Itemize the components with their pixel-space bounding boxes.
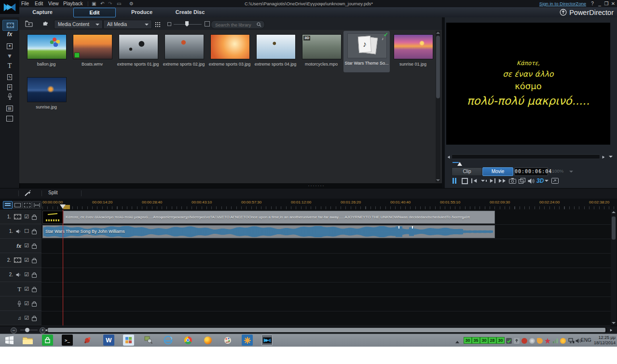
menu-file[interactable]: File (21, 0, 29, 7)
track-lock-icon[interactable] (32, 274, 37, 278)
scroll-up-icon[interactable] (612, 211, 616, 213)
clip-mode-button[interactable]: Clip (452, 167, 482, 176)
seek-left-icon[interactable] (448, 156, 450, 159)
track-enable-checkbox[interactable]: ☑ (24, 272, 29, 277)
powerdirector-taskbar-icon[interactable] (261, 335, 273, 346)
paint-app-icon[interactable] (222, 335, 233, 346)
keyframe-marker[interactable] (412, 226, 413, 229)
restore-button[interactable]: ❐ (603, 0, 609, 7)
scroll-down-icon[interactable] (612, 322, 616, 324)
track-lock-icon[interactable] (32, 317, 37, 321)
track-lock-icon[interactable] (32, 216, 37, 220)
scrollbar-thumb[interactable] (48, 328, 605, 332)
command-prompt-icon[interactable]: >_ (62, 335, 73, 346)
tray-flame-icon[interactable] (537, 338, 543, 344)
track-header-video-1[interactable]: 1. ☑ (0, 210, 41, 224)
track-header-fx[interactable]: fx ☑ (0, 239, 41, 253)
file-explorer-icon[interactable] (22, 335, 33, 346)
track-header-voice[interactable]: ☑ (0, 297, 41, 311)
track-lock-icon[interactable] (32, 230, 37, 234)
video-track-clip[interactable]: Κάποτε, σε έναν άλλοκόσμο πολύ-πολύ μακρ… (63, 211, 495, 224)
scroll-right-icon[interactable] (610, 329, 612, 332)
track-header-audio-2[interactable]: 2. ☑ (0, 268, 41, 282)
timeline-view-button[interactable] (3, 201, 13, 209)
undo-icon[interactable]: ↶ (100, 0, 104, 7)
library-item[interactable]: extreme sports 01.jpg (115, 32, 161, 73)
track-lane[interactable] (41, 268, 611, 283)
timecode-display[interactable]: 00:00:06:04 (514, 167, 548, 176)
import-media-icon[interactable] (25, 20, 33, 27)
sidebar-item-pip-objects-room[interactable]: ✦ (0, 42, 19, 49)
menu-view[interactable]: View (48, 0, 59, 7)
search-input[interactable] (214, 22, 255, 28)
dual-preview-icon[interactable] (519, 177, 525, 185)
sign-in-link[interactable]: Sign in to DirectorZone (523, 0, 586, 7)
tray-signal-icon[interactable] (552, 338, 558, 344)
filter-dropdown[interactable]: All Media (103, 20, 152, 29)
track-header-music[interactable]: ♫ ☑ (0, 311, 41, 325)
sidebar-item-effect-room[interactable]: fx (0, 31, 19, 38)
track-enable-checkbox[interactable]: ☑ (24, 301, 29, 306)
preview-zoom-dropdown[interactable]: 100% (549, 167, 575, 175)
tray-power-icon[interactable] (560, 338, 566, 344)
seek-handle[interactable] (457, 160, 462, 166)
library-item[interactable]: sunrise 01.jpg (390, 32, 436, 73)
library-scrollbar[interactable] (436, 31, 440, 182)
tray-update-check-icon[interactable] (506, 338, 512, 344)
tab-capture[interactable]: Capture (23, 7, 62, 17)
library-item[interactable]: 3D motorcycles.mpo (298, 32, 344, 73)
track-enable-checkbox[interactable]: ☑ (24, 286, 29, 292)
track-lane[interactable] (41, 239, 611, 254)
language-indicator[interactable]: ENG (581, 337, 591, 344)
scroll-up-icon[interactable] (436, 32, 440, 34)
magic-tool-icon[interactable] (24, 190, 31, 197)
tray-expand-icon[interactable] (455, 339, 459, 343)
timeline-zoom-handle[interactable] (25, 328, 29, 332)
network-icon[interactable] (568, 338, 574, 344)
sidebar-item-subtitle-room[interactable]: … (0, 114, 19, 121)
track-lane[interactable] (41, 282, 611, 297)
internet-explorer-icon[interactable] (163, 335, 174, 346)
library-item[interactable]: extreme sports 03.jpg (206, 32, 253, 73)
gear-app-icon[interactable] (242, 335, 253, 346)
chrome-icon[interactable] (182, 335, 193, 346)
3d-dropdown-icon[interactable] (545, 177, 548, 185)
tab-create-disc[interactable]: Create Disc (169, 7, 211, 17)
library-item[interactable]: Boats.wmv (69, 32, 115, 73)
volume-icon[interactable] (528, 177, 535, 185)
track-lock-icon[interactable] (32, 259, 37, 263)
temp-monitor-badge[interactable]: 30 (496, 337, 505, 344)
temp-monitor-badge[interactable]: 35 (472, 337, 480, 344)
fast-forward-button[interactable] (499, 177, 506, 185)
next-frame-button[interactable] (490, 177, 495, 185)
library-item[interactable]: ballon.jpg (23, 32, 69, 73)
audio-track-clip[interactable]: Star Wars Theme Song By John Williams (42, 225, 495, 238)
library-search[interactable] (211, 20, 265, 29)
settings-gear-icon[interactable]: ⚙ (129, 0, 134, 7)
track-enable-checkbox[interactable]: ☑ (24, 214, 29, 219)
scroll-down-icon[interactable] (436, 179, 440, 181)
library-item[interactable]: sunrise.jpg (23, 75, 69, 116)
fullscreen-icon[interactable] (551, 177, 559, 185)
zoom-out-button[interactable]: – (11, 327, 17, 334)
scrollbar-thumb[interactable] (612, 216, 616, 240)
track-lane[interactable] (41, 297, 611, 311)
track-header-title[interactable]: T ☑ (0, 282, 41, 297)
firefox-icon[interactable] (202, 335, 213, 346)
temp-monitor-badge[interactable]: 30 (464, 337, 472, 344)
help-button[interactable]: ? (590, 0, 595, 7)
timeline-horizontal-scrollbar[interactable] (47, 327, 607, 333)
save-icon[interactable]: ▣ (92, 0, 96, 7)
library-item[interactable]: extreme sports 04.jpg (252, 32, 299, 73)
category-dropdown[interactable]: Media Content (54, 20, 103, 29)
library-item[interactable]: extreme sports 02.jpg (161, 32, 207, 73)
temp-monitor-badge[interactable]: 30 (480, 337, 488, 344)
sidebar-item-particle-room[interactable]: ▼ (0, 53, 19, 59)
tray-utility-icon[interactable] (529, 338, 535, 344)
track-lock-icon[interactable] (32, 245, 37, 249)
sidebar-item-voiceover-room[interactable] (0, 93, 19, 100)
track-lock-icon[interactable] (32, 303, 37, 307)
fit-timeline-button[interactable] (32, 201, 41, 209)
track-lane[interactable] (41, 311, 611, 326)
storyboard-view-button[interactable] (13, 201, 22, 209)
